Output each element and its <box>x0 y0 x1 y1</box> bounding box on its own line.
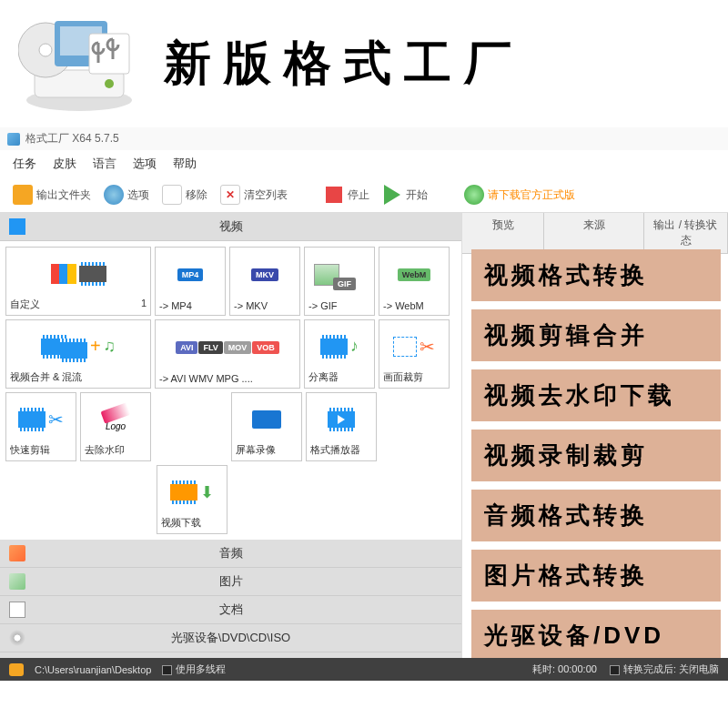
clear-icon: ✕ <box>220 185 240 205</box>
stop-icon <box>324 185 344 205</box>
tile-record[interactable]: 屏幕录像 <box>231 392 302 461</box>
feature-item: 图片格式转换 <box>471 550 721 602</box>
tile-mp4[interactable]: MP4 -> MP4 <box>155 247 226 316</box>
download-official-link[interactable]: 请下载官方正式版 <box>460 183 579 207</box>
window-titlebar: 格式工厂 X64 5.7.5 <box>0 127 728 150</box>
options-button[interactable]: 选项 <box>100 183 153 207</box>
tile-mkv[interactable]: MKV -> MKV <box>229 247 300 316</box>
feature-overlay: 视频格式转换 视频剪辑合并 视频去水印下载 视频录制裁剪 音频格式转换 图片格式… <box>471 249 721 662</box>
tile-quickcut[interactable]: ✂ 快速剪辑 <box>5 392 76 461</box>
menu-help[interactable]: 帮助 <box>173 156 197 172</box>
tile-watermark[interactable]: Logo 去除水印 <box>80 392 151 461</box>
tile-avi-wmv[interactable]: AVIFLVMOVVOB -> AVI WMV MPG .... <box>155 319 300 389</box>
section-image-header[interactable]: 图片 <box>0 568 461 596</box>
list-header: 预览 来源 输出 / 转换状态 <box>462 213 728 254</box>
col-preview[interactable]: 预览 <box>462 213 544 253</box>
hero-title: 新版格式工厂 <box>164 32 524 96</box>
status-elapsed: 耗时: 00:00:00 <box>532 662 597 676</box>
tile-custom[interactable]: 自定义1 <box>5 247 151 316</box>
right-panel: 预览 来源 输出 / 转换状态 视频格式转换 视频剪辑合并 视频去水印下载 视频… <box>462 213 728 681</box>
hero-banner: 新版格式工厂 <box>0 0 728 127</box>
after-checkbox[interactable]: 转换完成后: 关闭电脑 <box>610 662 719 676</box>
menu-language[interactable]: 语言 <box>93 156 116 172</box>
music-icon <box>9 545 25 561</box>
section-video-header[interactable]: 视频 <box>0 213 461 241</box>
menubar: 任务 皮肤 语言 选项 帮助 <box>0 150 728 177</box>
status-path: C:\Users\ruanjian\Desktop <box>35 664 151 675</box>
disc-icon <box>9 630 25 646</box>
picture-icon <box>9 573 25 590</box>
menu-skin[interactable]: 皮肤 <box>53 156 76 172</box>
svg-point-2 <box>105 79 114 88</box>
col-output[interactable]: 输出 / 转换状态 <box>644 213 728 253</box>
tile-crop[interactable]: ✂ 画面裁剪 <box>379 319 450 389</box>
feature-item: 视频去水印下载 <box>471 369 721 421</box>
left-panel: 视频 自定义1 MP4 -> MP4 MKV -> MKV GIF -> GIF <box>0 213 462 681</box>
multithread-checkbox[interactable]: 使用多线程 <box>162 662 226 676</box>
video-grid: 自定义1 MP4 -> MP4 MKV -> MKV GIF -> GIF We… <box>0 241 461 540</box>
start-button[interactable]: 开始 <box>379 183 431 207</box>
feature-item: 视频剪辑合并 <box>471 309 721 361</box>
film-icon <box>9 218 25 235</box>
col-source[interactable]: 来源 <box>544 213 644 253</box>
status-bar: C:\Users\ruanjian\Desktop 使用多线程 耗时: 00:0… <box>0 658 728 681</box>
window-title: 格式工厂 X64 5.7.5 <box>25 131 119 147</box>
feature-item: 视频格式转换 <box>471 249 721 301</box>
tile-download[interactable]: ⬇ 视频下载 <box>157 465 228 534</box>
folder-icon[interactable] <box>9 663 24 676</box>
tile-player[interactable]: 格式播放器 <box>306 392 377 461</box>
stop-button[interactable]: 停止 <box>320 183 373 207</box>
earth-icon <box>464 185 484 205</box>
menu-options[interactable]: 选项 <box>133 156 157 172</box>
globe-icon <box>104 185 124 205</box>
tile-splitter[interactable]: ♪ 分离器 <box>304 319 375 389</box>
folder-icon <box>13 185 33 205</box>
section-document-header[interactable]: 文档 <box>0 596 461 624</box>
app-window: 格式工厂 X64 5.7.5 任务 皮肤 语言 选项 帮助 输出文件夹 选项 移… <box>0 127 728 681</box>
toolbar: 输出文件夹 选项 移除 ✕ 清空列表 停止 开始 请下载官方正式版 <box>0 177 728 213</box>
document-icon <box>162 185 182 205</box>
remove-button[interactable]: 移除 <box>158 183 211 207</box>
output-folder-button[interactable]: 输出文件夹 <box>9 183 95 207</box>
feature-item: 光驱设备/DVD <box>471 610 721 662</box>
play-icon <box>382 185 402 205</box>
clear-list-button[interactable]: ✕ 清空列表 <box>217 183 291 207</box>
menu-task[interactable]: 任务 <box>13 156 36 172</box>
document-section-icon <box>9 602 25 618</box>
svg-point-4 <box>39 44 52 56</box>
section-disc-header[interactable]: 光驱设备\DVD\CD\ISO <box>0 624 461 652</box>
tile-merge[interactable]: +♫ 视频合并 & 混流 <box>5 319 151 389</box>
app-icon <box>7 133 20 146</box>
feature-item: 视频录制裁剪 <box>471 430 721 481</box>
tile-gif[interactable]: GIF -> GIF <box>304 247 375 316</box>
section-audio-header[interactable]: 音频 <box>0 540 461 568</box>
hero-icon <box>18 14 141 114</box>
feature-item: 音频格式转换 <box>471 490 721 541</box>
tile-webm[interactable]: WebM -> WebM <box>379 247 450 316</box>
